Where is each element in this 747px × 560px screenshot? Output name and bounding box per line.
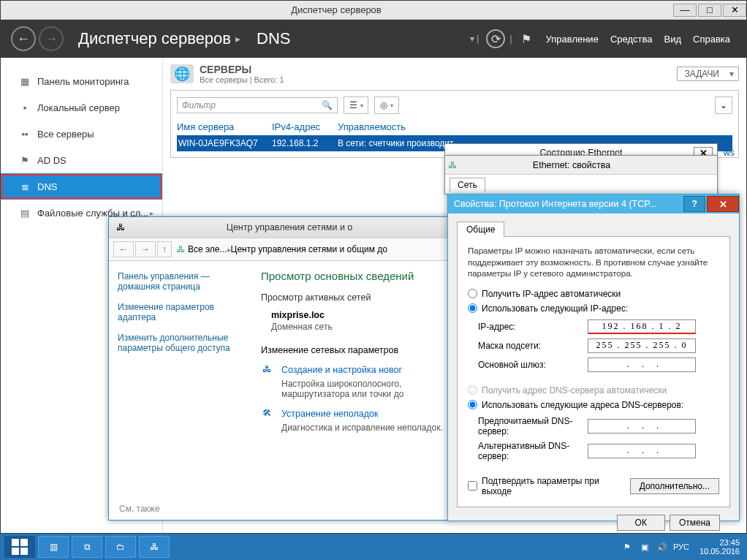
- link-sharing-settings[interactable]: Изменить дополнительные параметры общего…: [118, 333, 246, 353]
- crumb-here[interactable]: Центр управления сетями и общим до: [231, 244, 387, 254]
- nc-left-pane: Панель управления — домашняя страница Из…: [109, 261, 255, 520]
- sidebar-item-dns[interactable]: ≣DNS: [1, 173, 162, 200]
- menu-tools[interactable]: Средства: [610, 34, 653, 45]
- network-icon: 🖧: [113, 222, 128, 232]
- tray-flag-icon[interactable]: ⚑: [621, 542, 634, 552]
- menu-help[interactable]: Справка: [693, 34, 730, 45]
- chevron-right-icon: ▸: [235, 33, 240, 45]
- taskbar-network[interactable]: 🖧: [139, 536, 170, 558]
- menu-view[interactable]: Вид: [664, 34, 681, 45]
- sm-title: Диспетчер серверов: [1, 4, 672, 15]
- input-dns1[interactable]: . . .: [588, 419, 696, 434]
- checkbox-confirm-input[interactable]: [468, 481, 477, 491]
- taskbar-powershell[interactable]: ⧉: [72, 536, 102, 558]
- label-gateway: Основной шлюз:: [478, 360, 588, 370]
- radio-dns-manual-label: Использовать следующие адреса DNS-сервер…: [482, 400, 683, 410]
- sidebar-item-local-server[interactable]: ▪Локальный сервер: [1, 94, 162, 121]
- input-ip[interactable]: 192 . 168 . 1 . 2: [588, 319, 696, 334]
- col-ipv4[interactable]: IPv4-адрес: [272, 121, 330, 132]
- label-dns2: Альтернативный DNS-сервер:: [478, 441, 588, 461]
- checkbox-confirm[interactable]: Подтвердить параметры при выходе: [468, 476, 630, 496]
- flag-icon[interactable]: ⚑: [517, 29, 536, 48]
- tray-date: 10.05.2016: [699, 547, 740, 556]
- nc-nav: ← → ↑ 🖧 Все эле... ▸ Центр управления се…: [109, 238, 451, 261]
- dns-icon: ≣: [18, 181, 31, 192]
- sidebar-item-label: DNS: [37, 181, 57, 192]
- expand-button[interactable]: ⌄: [715, 97, 732, 114]
- nav-forward-button[interactable]: →: [39, 26, 64, 51]
- table-header: Имя сервера IPv4-адрес Управляемость: [177, 121, 732, 132]
- server-icon: ▪: [18, 102, 31, 113]
- tray-lang[interactable]: РУС: [673, 542, 689, 551]
- ethernet-properties-window: 🖧 Ethernet: свойства x Сеть: [444, 155, 718, 194]
- link-troubleshoot[interactable]: 🛠Устранение неполадок: [281, 408, 445, 421]
- sidebar-item-adds[interactable]: ⚑AD DS: [1, 147, 162, 173]
- ipv4-properties-window: Свойства: Протокол Интернета версии 4 (T…: [447, 194, 740, 521]
- svg-rect-0: [12, 539, 19, 546]
- advanced-button[interactable]: Дополнительно...: [630, 478, 719, 494]
- crumb-all[interactable]: Все эле...: [188, 244, 227, 254]
- active-networks-label: Просмотр активных сетей: [261, 292, 445, 303]
- ok-button[interactable]: ОК: [617, 515, 665, 531]
- search-icon[interactable]: 🔍: [322, 100, 333, 110]
- breadcrumb-current: DNS: [257, 29, 290, 48]
- close-button[interactable]: ✕: [707, 196, 739, 212]
- sidebar-item-label: Локальный сервер: [37, 102, 120, 113]
- sidebar-item-dashboard[interactable]: ▦Панель мониторинга: [1, 68, 162, 94]
- dashboard-icon: ▦: [18, 76, 31, 86]
- troubleshoot-desc: Диагностика и исправление неполадок.: [281, 423, 445, 433]
- nc-main-pane: Просмотр основных сведений Просмотр акти…: [255, 261, 451, 520]
- tab-network[interactable]: Сеть: [450, 178, 485, 192]
- link-home[interactable]: Панель управления — домашняя страница: [118, 271, 246, 292]
- input-dns2[interactable]: . . .: [588, 444, 696, 458]
- filter-input[interactable]: Фильтр🔍: [177, 97, 338, 113]
- link-adapter-settings[interactable]: Изменение параметров адаптера: [118, 302, 246, 322]
- refresh-icon[interactable]: ⟳: [486, 29, 505, 48]
- start-button[interactable]: [4, 536, 35, 558]
- sidebar-item-label: Все серверы: [37, 129, 94, 140]
- nav-back-button[interactable]: ←: [11, 26, 36, 51]
- tray-clock[interactable]: 23:45 10.05.2016: [699, 538, 740, 556]
- panel-title: СЕРВЕРЫ: [200, 64, 284, 75]
- minimize-button[interactable]: —: [673, 4, 697, 17]
- tab-general[interactable]: Общие: [457, 222, 504, 237]
- tray-time: 23:45: [699, 538, 740, 547]
- sidebar-item-all-servers[interactable]: ▪▪Все серверы: [1, 121, 162, 147]
- radio-dns-manual[interactable]: [468, 400, 477, 409]
- col-manageability[interactable]: Управляемость: [338, 121, 725, 132]
- maximize-button[interactable]: □: [698, 4, 721, 17]
- nav-up-button[interactable]: ↑: [157, 241, 172, 257]
- cell-server-name: WIN-0JAE9FK3AQ7: [177, 138, 265, 148]
- taskbar-server-manager[interactable]: ▥: [38, 536, 69, 558]
- change-settings-label: Изменение сетевых параметров: [261, 345, 445, 355]
- radio-ip-manual[interactable]: [468, 303, 477, 313]
- sidebar-item-label: Панель мониторинга: [37, 76, 129, 87]
- nc-heading: Просмотр основных сведений: [261, 270, 445, 282]
- see-also-label: См. также: [119, 504, 160, 514]
- cancel-button[interactable]: Отмена: [670, 515, 720, 531]
- tasks-dropdown[interactable]: ЗАДАЧИ: [677, 67, 739, 81]
- domain-type: Доменная сеть: [271, 322, 445, 332]
- nav-back-button[interactable]: ←: [113, 241, 134, 257]
- eth-title: Ethernet: свойства: [460, 160, 683, 170]
- filter-options-button[interactable]: ☰: [344, 97, 368, 114]
- menu-manage[interactable]: Управление: [546, 34, 599, 45]
- tray-volume-icon[interactable]: 🔊: [656, 542, 669, 552]
- tray-action-center-icon[interactable]: ▣: [638, 542, 651, 552]
- input-mask[interactable]: 255 . 255 . 255 . 0: [588, 338, 696, 353]
- servers-panel-icon: 🌐: [170, 64, 194, 83]
- nav-forward-button[interactable]: →: [135, 241, 156, 257]
- radio-ip-auto[interactable]: [468, 289, 477, 298]
- input-gateway[interactable]: . . .: [588, 357, 696, 372]
- setup-desc: Настройка широкополосного, маршрутизатор…: [281, 379, 445, 399]
- taskbar-explorer[interactable]: 🗀: [105, 536, 136, 558]
- col-server-name[interactable]: Имя сервера: [177, 121, 265, 132]
- breadcrumb-root[interactable]: Диспетчер серверов: [78, 29, 231, 48]
- setup-icon: 🖧: [262, 364, 278, 377]
- help-button[interactable]: ?: [683, 196, 705, 212]
- tag-options-button[interactable]: ◎: [374, 97, 399, 114]
- close-button[interactable]: ✕: [723, 4, 746, 17]
- nc-titlebar: 🖧 Центр управления сетями и о: [109, 217, 451, 238]
- system-tray: ⚑ ▣ 🔊 РУС 23:45 10.05.2016: [621, 538, 743, 556]
- link-setup-connection[interactable]: 🖧Создание и настройка новог: [281, 364, 445, 377]
